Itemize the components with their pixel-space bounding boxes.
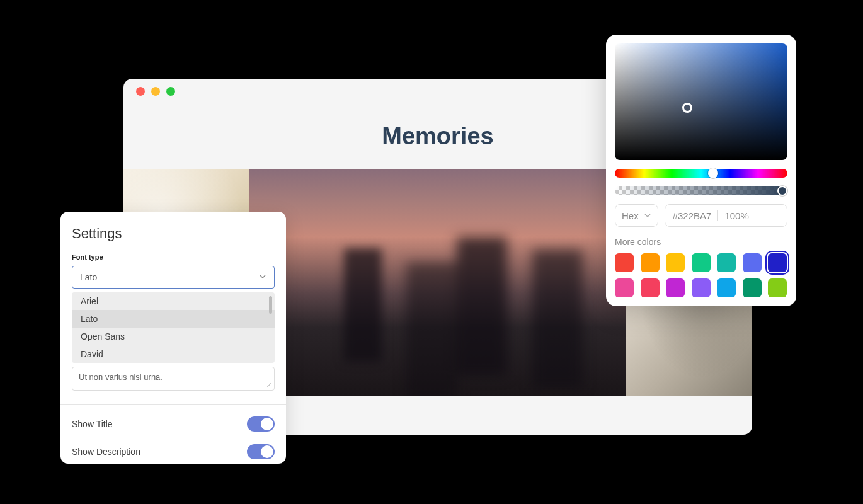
font-option-ariel[interactable]: Ariel: [72, 292, 275, 310]
maximize-window-button[interactable]: [166, 87, 175, 96]
font-option-open-sans[interactable]: Open Sans: [72, 328, 275, 345]
color-swatch[interactable]: [717, 253, 736, 272]
hue-slider[interactable]: [615, 169, 787, 178]
alpha-slider[interactable]: [615, 186, 787, 195]
more-colors-label: More colors: [615, 237, 787, 247]
gallery-image-center[interactable]: [249, 169, 626, 396]
settings-panel: Settings Font type Lato Ariel Lato Open …: [60, 212, 286, 464]
dropdown-scrollbar[interactable]: [269, 296, 272, 314]
color-swatch[interactable]: [615, 278, 634, 297]
chevron-down-icon: [644, 212, 651, 219]
color-swatch[interactable]: [666, 253, 685, 272]
alpha-value: 100%: [724, 210, 748, 221]
show-description-label: Show Description: [72, 447, 140, 457]
alpha-thumb[interactable]: [777, 186, 787, 196]
color-picker-panel: Hex #322BA7 100% More colors: [606, 35, 796, 306]
show-title-toggle[interactable]: [247, 416, 275, 432]
show-description-toggle[interactable]: [247, 444, 275, 459]
input-divider: [717, 210, 718, 221]
close-window-button[interactable]: [136, 87, 145, 96]
chevron-down-icon: [259, 272, 266, 282]
color-swatch[interactable]: [666, 278, 685, 297]
hex-value: #322BA7: [673, 210, 712, 221]
description-textarea[interactable]: Ut non varius nisi urna.: [72, 367, 275, 391]
color-swatch[interactable]: [768, 253, 787, 272]
color-format-select[interactable]: Hex: [615, 204, 658, 227]
color-input-row: Hex #322BA7 100%: [615, 204, 787, 227]
color-swatch[interactable]: [768, 278, 787, 297]
show-description-row: Show Description: [72, 444, 275, 459]
description-text: Ut non varius nisi urna.: [79, 372, 163, 382]
color-swatch[interactable]: [717, 278, 736, 297]
font-type-label: Font type: [72, 253, 275, 261]
color-swatch[interactable]: [641, 278, 660, 297]
font-option-lato[interactable]: Lato: [72, 310, 275, 328]
color-swatch[interactable]: [692, 253, 711, 272]
color-format-value: Hex: [622, 210, 639, 221]
swatch-grid: [615, 253, 787, 297]
font-type-select[interactable]: Lato: [72, 266, 275, 289]
color-swatch[interactable]: [615, 253, 634, 272]
color-swatch[interactable]: [692, 278, 711, 297]
minimize-window-button[interactable]: [151, 87, 160, 96]
saturation-picker[interactable]: [615, 43, 787, 160]
color-swatch[interactable]: [641, 253, 660, 272]
font-option-david[interactable]: David: [72, 345, 275, 363]
saturation-cursor[interactable]: [682, 103, 692, 113]
settings-title: Settings: [72, 226, 275, 242]
show-title-label: Show Title: [72, 419, 113, 429]
color-swatch[interactable]: [743, 253, 762, 272]
divider: [60, 404, 286, 405]
hue-thumb[interactable]: [708, 168, 718, 178]
hex-input[interactable]: #322BA7 100%: [665, 204, 787, 227]
font-type-dropdown: Ariel Lato Open Sans David: [72, 292, 275, 363]
font-type-selected-value: Lato: [80, 272, 97, 282]
color-swatch[interactable]: [743, 278, 762, 297]
show-title-row: Show Title: [72, 416, 275, 432]
